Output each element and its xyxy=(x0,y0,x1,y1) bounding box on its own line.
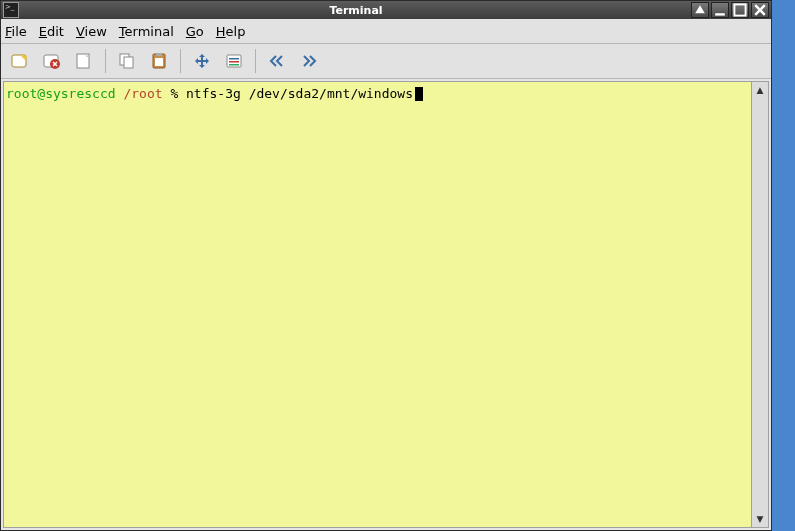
menu-help[interactable]: Help xyxy=(216,24,246,39)
svg-rect-9 xyxy=(156,53,162,56)
scroll-up-icon[interactable]: ▲ xyxy=(752,82,768,98)
window-title: Terminal xyxy=(23,4,689,17)
command-text: ntfs-3g /dev/sda2/mnt/windows xyxy=(186,86,413,101)
terminal-pane[interactable]: root@sysresccd /root % ntfs-3g /dev/sda2… xyxy=(4,82,751,527)
new-tab-icon xyxy=(10,51,30,71)
maximize-button[interactable] xyxy=(731,2,749,18)
new-window-button[interactable] xyxy=(71,48,97,74)
menu-go[interactable]: Go xyxy=(186,24,204,39)
fullscreen-icon xyxy=(192,51,212,71)
preferences-button[interactable] xyxy=(221,48,247,74)
terminal-window: Terminal File Edit View Terminal Go Help xyxy=(0,0,772,531)
next-tab-button[interactable] xyxy=(296,48,322,74)
new-tab-button[interactable] xyxy=(7,48,33,74)
menu-view[interactable]: View xyxy=(76,24,107,39)
svg-rect-0 xyxy=(715,13,725,15)
scroll-down-icon[interactable]: ▼ xyxy=(752,511,768,527)
prompt-user: root@sysresccd xyxy=(6,86,116,101)
svg-rect-14 xyxy=(229,64,239,66)
menu-file[interactable]: File xyxy=(5,24,27,39)
svg-rect-7 xyxy=(124,57,133,68)
svg-rect-12 xyxy=(229,58,239,60)
prev-tab-icon xyxy=(267,51,287,71)
shade-button[interactable] xyxy=(691,2,709,18)
paste-button[interactable] xyxy=(146,48,172,74)
copy-button[interactable] xyxy=(114,48,140,74)
terminal-container: root@sysresccd /root % ntfs-3g /dev/sda2… xyxy=(3,81,769,528)
toolbar-separator xyxy=(105,49,106,73)
toolbar-separator xyxy=(180,49,181,73)
close-tab-button[interactable] xyxy=(39,48,65,74)
prompt-path: /root xyxy=(123,86,162,101)
svg-rect-13 xyxy=(229,61,239,63)
paste-icon xyxy=(149,51,169,71)
svg-rect-10 xyxy=(155,58,163,66)
cursor xyxy=(415,87,423,101)
prompt-symbol: % xyxy=(170,86,178,101)
copy-icon xyxy=(117,51,137,71)
fullscreen-button[interactable] xyxy=(189,48,215,74)
titlebar: Terminal xyxy=(1,1,771,19)
menu-edit[interactable]: Edit xyxy=(39,24,64,39)
new-window-icon xyxy=(74,51,94,71)
prev-tab-button[interactable] xyxy=(264,48,290,74)
minimize-button[interactable] xyxy=(711,2,729,18)
app-icon xyxy=(3,2,19,18)
close-tab-icon xyxy=(42,51,62,71)
menu-terminal[interactable]: Terminal xyxy=(119,24,174,39)
svg-rect-1 xyxy=(734,4,745,15)
close-button[interactable] xyxy=(751,2,769,18)
menu-bar: File Edit View Terminal Go Help xyxy=(1,19,771,44)
preferences-icon xyxy=(224,51,244,71)
toolbar-separator xyxy=(255,49,256,73)
toolbar xyxy=(1,44,771,79)
scroll-track[interactable] xyxy=(752,98,768,511)
scrollbar[interactable]: ▲ ▼ xyxy=(751,82,768,527)
next-tab-icon xyxy=(299,51,319,71)
